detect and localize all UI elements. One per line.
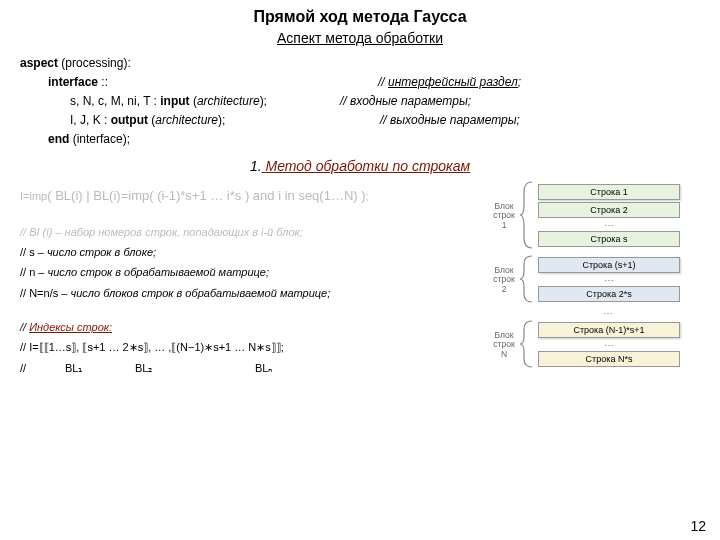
row-label: Строка s <box>538 231 680 247</box>
indexes-line: // I=⟦⟦1…s⟧, ⟦s+1 … 2∗s⟧, … ,⟦(N−1)∗s+1 … <box>20 340 480 354</box>
end-rest: (interface); <box>69 132 130 146</box>
row-label: Строка 1 <box>538 184 680 200</box>
note-bi: // BI (i) – набор номеров строк, попадаю… <box>20 225 480 239</box>
output-line: I, J, K : output (architecture); // выхо… <box>70 113 700 127</box>
output-comment: // выходные параметры; <box>380 113 520 127</box>
ellipsis-icon: ⋯ <box>536 308 680 319</box>
ellipsis-icon: ⋯ <box>538 275 680 286</box>
bl2: BL₂ <box>135 361 255 375</box>
bl1: BL₁ <box>65 361 135 375</box>
brace-icon <box>520 256 538 304</box>
row-label: Строка 2*s <box>538 286 680 302</box>
left-column: I=imp( BL(i) | BL(i)=imp( (i-1)*s+1 … i*… <box>20 182 480 381</box>
output-params: I, J, K : <box>70 113 111 127</box>
block-label-n: Блокстрок N <box>490 331 518 359</box>
interface-comment: // интерфейсный раздел; <box>378 75 521 89</box>
brace-icon <box>520 321 538 369</box>
interface-kw: interface <box>48 75 98 89</box>
page-title: Прямой ход метода Гаусса <box>0 8 720 26</box>
end-line: end (interface); <box>48 132 700 146</box>
interface-rest: :: <box>98 75 108 89</box>
page-subtitle: Аспект метода обработки <box>0 30 720 46</box>
output-kw: output <box>111 113 148 127</box>
ellipsis-icon: ⋯ <box>538 340 680 351</box>
ellipsis-icon: ⋯ <box>538 220 680 231</box>
imp-line: I=imp( BL(i) | BL(i)=imp( (i-1)*s+1 … i*… <box>20 188 480 205</box>
aspect-kw: aspect <box>20 56 58 70</box>
block-group-n: Блокстрок N Строка (N-1)*s+1 ⋯ Строка N*… <box>490 321 680 369</box>
indexes-heading: // Индексы строк: <box>20 320 480 334</box>
row-label: Строка (N-1)*s+1 <box>538 322 680 338</box>
input-params: s, N, c, M, ni, T : <box>70 94 160 108</box>
bln: BLₙ <box>255 361 272 375</box>
bl-labels: // BL₁ BL₂ BLₙ <box>20 361 480 375</box>
section-title-text: Метод обработки по строкам <box>265 158 470 174</box>
input-kw: input <box>160 94 189 108</box>
end-kw: end <box>48 132 69 146</box>
row-label: Строка 2 <box>538 202 680 218</box>
row-label: Строка N*s <box>538 351 680 367</box>
aspect-rest: (processing): <box>58 56 131 70</box>
input-line: s, N, c, M, ni, T : input (architecture)… <box>70 94 700 108</box>
note-s: // s – число строк в блоке; <box>20 245 480 259</box>
section-num: 1. <box>250 158 262 174</box>
input-comment: // входные параметры; <box>340 94 471 108</box>
block-label-1: Блокстрок 1 <box>490 202 518 230</box>
content-body: aspect (processing): interface :: // инт… <box>0 56 720 381</box>
aspect-line: aspect (processing): <box>20 56 700 70</box>
note-n: // n – число строк в обрабатываемой матр… <box>20 265 480 279</box>
page-number: 12 <box>690 518 706 534</box>
section-heading: 1. Метод обработки по строкам <box>20 158 700 174</box>
block-group-1: Блокстрок 1 Строка 1 Строка 2 ⋯ Строка s <box>490 182 680 250</box>
row-label: Строка (s+1) <box>538 257 680 273</box>
block-group-2: Блокстрок 2 Строка (s+1) ⋯ Строка 2*s <box>490 256 680 304</box>
block-diagram: Блокстрок 1 Строка 1 Строка 2 ⋯ Строка s… <box>490 182 680 381</box>
note-nn: // N=n/s – число блоков строк в обрабаты… <box>20 286 480 300</box>
block-label-2: Блокстрок 2 <box>490 266 518 294</box>
interface-line: interface :: // интерфейсный раздел; <box>48 75 700 89</box>
brace-icon <box>520 182 538 250</box>
